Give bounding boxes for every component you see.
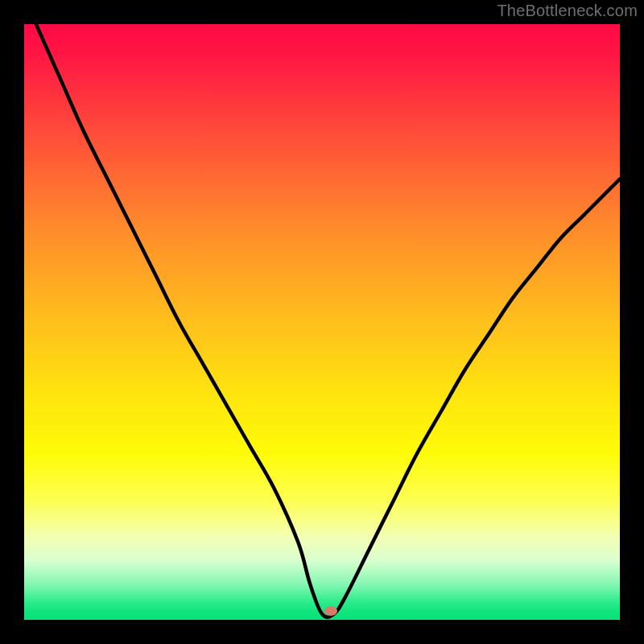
- attribution-watermark: TheBottleneck.com: [497, 2, 638, 20]
- bottleneck-curve: [24, 24, 620, 620]
- plot-area: [24, 24, 620, 620]
- minimum-marker: [324, 606, 337, 616]
- chart-frame: TheBottleneck.com: [0, 0, 644, 644]
- curve-path: [36, 24, 620, 617]
